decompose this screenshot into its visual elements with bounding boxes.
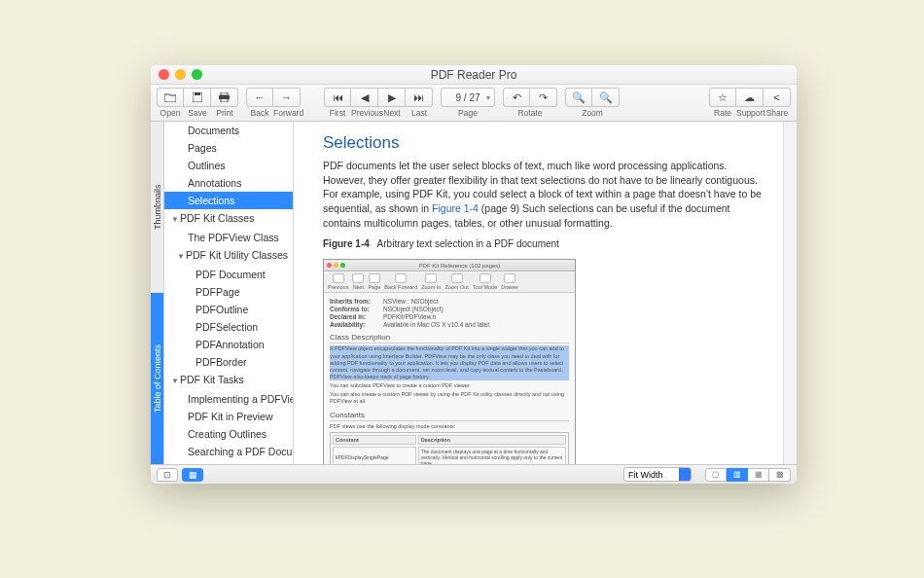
star-icon: ☆ — [718, 91, 728, 104]
zoom-in-button[interactable]: 🔍 — [592, 88, 620, 107]
rate-button[interactable]: ☆ — [709, 88, 736, 107]
support-button[interactable]: ☁ — [736, 88, 764, 107]
share-button[interactable]: < — [764, 88, 791, 107]
outline-item[interactable]: Selections — [164, 192, 293, 209]
last-page-button[interactable]: ⏭ — [406, 88, 433, 107]
outline-item[interactable]: Annotations — [164, 174, 293, 192]
outline-item[interactable]: Pages — [164, 139, 293, 157]
close-window-button[interactable] — [159, 69, 169, 80]
statusbar: ⊡ ▦ Fit Width ▢ ▥ ▦ ▩ — [151, 464, 797, 484]
outline-item[interactable]: PDFAnnotation — [164, 336, 293, 353]
outline-item[interactable]: PDFOutline — [164, 301, 293, 318]
svg-rect-2 — [221, 92, 228, 95]
vertical-scrollbar[interactable] — [783, 122, 797, 464]
outline-item[interactable]: PDFBorder — [164, 353, 293, 371]
open-button[interactable] — [157, 88, 184, 107]
sidebar-toggle-outline[interactable]: ⊡ — [157, 468, 178, 482]
outline-item[interactable]: ▼PDF Kit Utility Classes — [164, 246, 293, 266]
window-title: PDF Reader Pro — [151, 68, 797, 82]
outline-item[interactable]: Outlines — [164, 157, 293, 174]
share-icon: < — [773, 91, 779, 103]
outline-sidebar: DocumentsPagesOutlinesAnnotationsSelecti… — [164, 122, 294, 464]
outline-item[interactable]: Searching a PDF Document — [164, 443, 293, 460]
outline-item[interactable]: Documents — [164, 122, 293, 139]
section-heading: Selections — [323, 133, 767, 153]
view-two-continuous[interactable]: ▩ — [769, 468, 791, 482]
view-mode-segment: ▢ ▥ ▦ ▩ — [705, 468, 791, 482]
outline-item[interactable]: ▼PDF Kit Tasks — [164, 371, 293, 390]
svg-rect-1 — [195, 92, 200, 95]
view-two-page[interactable]: ▦ — [748, 468, 769, 482]
cloud-icon: ☁ — [744, 91, 755, 104]
outline-item[interactable]: ▼PDF Kit Classes — [164, 209, 293, 229]
sidebar-tabs: Thumbnails Table of Contents — [151, 122, 164, 464]
forward-button[interactable]: → — [273, 88, 301, 107]
zoom-out-button[interactable]: 🔍 — [565, 88, 592, 107]
main-body: Thumbnails Table of Contents DocumentsPa… — [151, 122, 797, 464]
app-window: PDF Reader Pro OpenSavePrint ← → BackFor… — [151, 65, 797, 484]
figure-link[interactable]: Figure 1-4 — [432, 202, 479, 214]
outline-item[interactable]: Creating Outlines — [164, 425, 293, 443]
outline-item[interactable]: Implementing a PDFView — [164, 390, 293, 408]
section-paragraph: PDF documents let the user select blocks… — [323, 159, 767, 230]
tab-thumbnails[interactable]: Thumbnails — [151, 122, 163, 293]
outline-item[interactable]: Revision History — [164, 460, 293, 464]
next-page-button[interactable]: ▶ — [378, 88, 406, 107]
document-view[interactable]: Selections PDF documents let the user se… — [294, 122, 797, 464]
zoom-mode-select[interactable]: Fit Width — [623, 467, 692, 482]
save-button[interactable] — [184, 88, 211, 107]
view-single-page[interactable]: ▢ — [705, 468, 727, 482]
outline-item[interactable]: PDFSelection — [164, 318, 293, 336]
magnifier-minus-icon: 🔍 — [572, 91, 586, 104]
rotate-right-button[interactable]: ↷ — [530, 88, 557, 107]
embedded-figure: PDF Kit Reference (102 pages) PreviousNe… — [323, 259, 576, 464]
page-indicator[interactable]: 9 / 27 — [441, 88, 495, 107]
figure-caption: Figure 1-4 Arbitrary text selection in a… — [323, 237, 767, 251]
sidebar-toggle-thumbs[interactable]: ▦ — [182, 468, 203, 482]
print-button[interactable] — [211, 88, 238, 107]
titlebar: PDF Reader Pro — [151, 65, 797, 85]
magnifier-plus-icon: 🔍 — [599, 91, 613, 104]
view-continuous[interactable]: ▥ — [727, 468, 748, 482]
first-page-button[interactable]: ⏮ — [324, 88, 351, 107]
tab-table-of-contents[interactable]: Table of Contents — [151, 293, 163, 464]
back-button[interactable]: ← — [246, 88, 273, 107]
minimize-window-button[interactable] — [175, 69, 186, 80]
outline-item[interactable]: The PDFView Class — [164, 229, 293, 246]
traffic-lights — [159, 69, 202, 80]
outline-item[interactable]: PDF Document — [164, 266, 293, 283]
outline-item[interactable]: PDFPage — [164, 283, 293, 301]
rotate-left-button[interactable]: ↶ — [503, 88, 530, 107]
zoom-window-button[interactable] — [192, 69, 202, 80]
toolbar: OpenSavePrint ← → BackForward ⏮ ◀ ▶ ⏭ Fi… — [151, 85, 797, 122]
previous-page-button[interactable]: ◀ — [351, 88, 378, 107]
outline-item[interactable]: PDF Kit in Preview — [164, 408, 293, 425]
